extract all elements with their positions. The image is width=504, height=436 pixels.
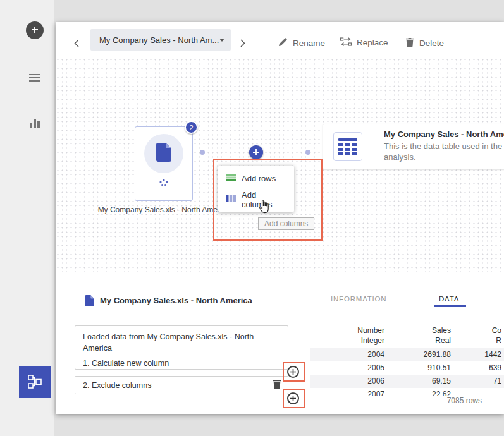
tab-data[interactable]: DATA xyxy=(439,295,459,303)
menu-item-add-rows[interactable]: Add rows xyxy=(218,168,294,189)
cell: 69.15 xyxy=(432,375,451,388)
column-header: Number xyxy=(357,325,384,336)
left-toolbar xyxy=(0,0,54,436)
data-table-selector[interactable]: My Company Sales - North Am... xyxy=(90,29,231,51)
delete-button[interactable]: Delete xyxy=(405,37,444,49)
divider xyxy=(310,308,504,308)
add-columns-icon xyxy=(226,195,236,204)
trash-icon xyxy=(273,379,281,391)
rename-button[interactable]: Rename xyxy=(278,37,325,49)
plus-icon xyxy=(290,367,296,377)
cell: 2006 xyxy=(367,375,384,388)
column-type: R xyxy=(496,336,501,346)
data-canvas-button[interactable] xyxy=(19,366,51,398)
table-row: 2006 69.15 71 xyxy=(310,375,504,388)
delete-step-button[interactable] xyxy=(269,378,285,392)
data-list-button[interactable] xyxy=(28,73,41,83)
table-card-description: This is the data table used in the analy… xyxy=(384,142,504,163)
cell: 2691.88 xyxy=(424,348,451,361)
step-2-label: 2. Exclude columns xyxy=(75,381,151,390)
exclude-columns-step[interactable]: 2. Exclude columns xyxy=(75,376,288,394)
load-step-box: Loaded data from My Company Sales.xls - … xyxy=(75,325,288,370)
plus-icon xyxy=(290,394,296,403)
replace-button[interactable]: Replace xyxy=(340,37,388,48)
step-1-label: 1. Calculate new column xyxy=(83,358,280,370)
node-avatar xyxy=(144,134,183,173)
cell: 639 xyxy=(489,361,501,375)
step-count-badge: 2 xyxy=(185,121,198,134)
chevron-down-icon xyxy=(219,39,224,42)
append-step-button[interactable] xyxy=(287,392,299,404)
menu-item-label: Add rows xyxy=(242,174,276,183)
tab-information[interactable]: INFORMATION xyxy=(331,295,386,303)
tooltip: Add columns xyxy=(258,217,314,230)
add-transformation-button[interactable] xyxy=(249,145,263,159)
source-file-node[interactable]: 2 xyxy=(135,126,193,201)
app-window: My Company Sales - North Am... Rename xyxy=(0,0,504,436)
row-count: 7085 rows xyxy=(447,396,482,405)
menu-item-label: Add columns xyxy=(242,190,286,209)
chevron-left-icon xyxy=(74,40,79,49)
table-card-title: My Company Sales - North America xyxy=(384,130,504,139)
file-icon xyxy=(156,143,171,164)
data-canvas-page: My Company Sales - North Am... Rename xyxy=(56,22,504,414)
list-icon xyxy=(29,73,40,84)
clipped-row-container: 2007 22.62 xyxy=(310,388,504,396)
pencil-icon xyxy=(278,37,288,49)
plus-icon xyxy=(31,26,39,35)
column-type: Real xyxy=(435,336,451,346)
file-icon xyxy=(85,295,94,309)
trash-icon xyxy=(405,37,414,49)
source-title: My Company Sales.xls - North America xyxy=(100,296,252,305)
delete-label: Delete xyxy=(419,39,444,48)
table-row: 2005 910.51 639 xyxy=(310,361,504,375)
plus-icon xyxy=(253,148,259,157)
cell: 2005 xyxy=(367,361,384,375)
flow-icon xyxy=(27,374,42,391)
data-table-card[interactable]: My Company Sales - North America This is… xyxy=(323,124,504,169)
chevron-right-icon xyxy=(240,40,245,49)
table-header-row: Number Sales Co xyxy=(310,325,504,336)
load-step-text: Loaded data from My Company Sales.xls - … xyxy=(83,332,280,354)
cell: 71 xyxy=(493,375,501,388)
data-function-icon xyxy=(135,178,192,187)
table-row: 2004 2691.88 1442 xyxy=(310,348,504,361)
column-header: Co xyxy=(492,325,501,336)
source-detail-panel: My Company Sales.xls - North America Loa… xyxy=(56,272,504,414)
table-row: 2007 22.62 xyxy=(310,388,504,396)
insert-step-button[interactable] xyxy=(287,366,299,378)
column-header: Sales xyxy=(432,325,451,336)
replace-label: Replace xyxy=(357,38,388,47)
table-icon xyxy=(333,132,362,161)
connection-port xyxy=(305,150,310,155)
menu-item-add-columns[interactable]: Add columns xyxy=(218,189,294,210)
cell: 2004 xyxy=(367,348,384,361)
flow-canvas: 2 My Company Sales.xls - xyxy=(56,58,504,272)
cell: 2007 xyxy=(367,388,384,396)
cell: 22.62 xyxy=(432,388,451,396)
selector-label: My Company Sales - North Am... xyxy=(99,35,219,45)
cell: 910.51 xyxy=(427,361,451,375)
canvas-toolbar: My Company Sales - North Am... Rename xyxy=(56,22,504,58)
bar-chart-icon xyxy=(29,118,40,130)
rename-label: Rename xyxy=(293,39,325,48)
add-rows-icon xyxy=(226,174,236,183)
table-type-row: Integer Real R xyxy=(310,336,504,346)
next-table-button[interactable] xyxy=(240,39,245,49)
active-tab-indicator xyxy=(434,305,466,307)
column-type: Integer xyxy=(361,336,384,346)
add-button[interactable] xyxy=(26,21,44,39)
connection-port xyxy=(200,150,205,155)
cell: 1442 xyxy=(484,348,501,361)
add-menu: Add rows Add columns xyxy=(218,166,294,212)
previous-table-button[interactable] xyxy=(74,39,79,49)
swap-icon xyxy=(340,37,352,48)
visualizations-button[interactable] xyxy=(28,119,41,130)
